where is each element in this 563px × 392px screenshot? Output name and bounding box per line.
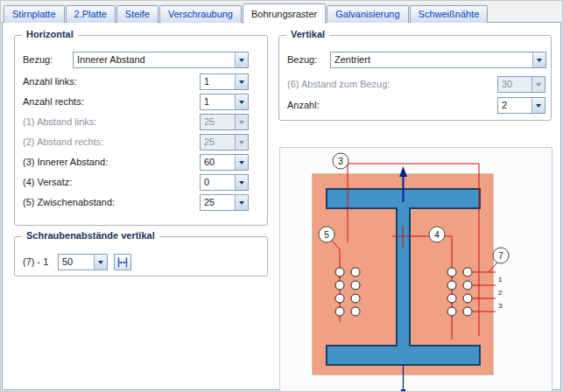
- chevron-down-icon: [235, 155, 248, 170]
- field-abstand-links: (1) Abstand links: 25: [15, 114, 267, 130]
- group-vertikal: Vertikal Bezug: Zentriert (6) Abstand zu…: [278, 35, 552, 121]
- tab-strip: Stirnplatte 2.Platte Steife Verschraubun…: [4, 3, 560, 23]
- chevron-down-icon: [235, 74, 248, 89]
- svg-text:3: 3: [498, 302, 503, 310]
- chevron-down-icon: [235, 115, 248, 130]
- callout-4: 4: [429, 227, 445, 242]
- field-bezug-horizontal: Bezug: Innerer Abstand: [15, 52, 267, 68]
- chevron-down-icon: [531, 77, 545, 92]
- chevron-down-icon: [532, 52, 545, 67]
- tab-schweissnaehte[interactable]: Schweißnähte: [410, 5, 489, 23]
- field-zwischenabstand: (5) Zwischenabstand: 25: [15, 194, 267, 211]
- bezug-horizontal-dropdown[interactable]: Innerer Abstand: [73, 52, 249, 68]
- abstand-links-dropdown: 25: [200, 114, 249, 130]
- svg-text:2: 2: [498, 289, 503, 297]
- tab-steife[interactable]: Steife: [116, 5, 158, 23]
- abstand-zum-bezug-dropdown: 30: [497, 76, 545, 93]
- svg-text:4: 4: [434, 230, 440, 240]
- field-anzahl-links: Anzahl links: 1: [15, 74, 267, 90]
- tab-galvanisierung[interactable]: Galvanisierung: [327, 5, 408, 23]
- abstand-rechts-dropdown: 25: [200, 134, 249, 150]
- tab-2platte[interactable]: 2.Platte: [66, 5, 116, 23]
- spacing-tool-button[interactable]: [114, 254, 131, 270]
- group-title: Horizontal: [22, 29, 78, 39]
- group-horizontal: Horizontal Bezug: Innerer Abstand Anzahl…: [14, 35, 268, 226]
- bezug-label: Bezug:: [287, 52, 317, 68]
- field-anzahl-vertikal: Anzahl: 2: [279, 97, 551, 114]
- field-schraubenabstand-1: (7) - 1 50: [15, 254, 267, 270]
- zwischenabstand-dropdown[interactable]: 25: [200, 194, 249, 211]
- bezug-vertikal-dropdown[interactable]: Zentriert: [330, 52, 546, 68]
- group-title: Vertikal: [286, 29, 329, 39]
- versatz-dropdown[interactable]: 0: [200, 174, 249, 191]
- bolt-pattern-dialog: Stirnplatte 2.Platte Steife Verschraubun…: [0, 0, 563, 392]
- svg-text:7: 7: [498, 251, 503, 261]
- anzahl-vertikal-dropdown[interactable]: 2: [497, 97, 545, 114]
- spacing-icon: [116, 256, 129, 269]
- chevron-down-icon: [94, 255, 107, 270]
- chevron-down-icon: [235, 195, 248, 210]
- tab-verschraubung[interactable]: Verschraubung: [159, 5, 242, 23]
- tab-stirnplatte[interactable]: Stirnplatte: [4, 5, 65, 23]
- group-title: Schraubenabstände vertikal: [22, 230, 159, 241]
- callout-7: 7: [493, 248, 509, 263]
- chevron-down-icon: [235, 175, 248, 190]
- chevron-down-icon: [531, 98, 545, 113]
- tab-bohrungsraster[interactable]: Bohrungsraster: [243, 4, 326, 24]
- innerer-abstand-dropdown[interactable]: 60: [200, 154, 249, 171]
- schraubenabstand-dropdown[interactable]: 50: [58, 254, 108, 270]
- bezug-label: Bezug:: [23, 52, 53, 68]
- anzahl-links-dropdown[interactable]: 1: [200, 74, 249, 90]
- field-bezug-vertikal: Bezug: Zentriert: [279, 52, 551, 68]
- group-schraubenabstaende: Schraubenabstände vertikal (7) - 1 50: [14, 236, 268, 276]
- callout-5: 5: [319, 227, 334, 242]
- field-versatz: (4) Versatz: 0: [15, 174, 267, 191]
- svg-text:5: 5: [324, 230, 329, 240]
- svg-text:3: 3: [338, 157, 343, 166]
- svg-text:1: 1: [498, 276, 503, 284]
- bolt-row-spacing-labels: 1 2 3: [498, 276, 503, 310]
- field-abstand-rechts: (2) Abstand rechts: 25: [15, 134, 267, 150]
- chevron-down-icon: [235, 135, 248, 150]
- field-innerer-abstand: (3) Innerer Abstand: 60: [15, 154, 267, 171]
- callout-3: 3: [333, 153, 348, 169]
- anzahl-rechts-dropdown[interactable]: 1: [200, 94, 249, 110]
- chevron-down-icon: [235, 52, 248, 67]
- beam-section-diagram: 1 2 3 3 5 4 7: [280, 148, 552, 392]
- field-anzahl-rechts: Anzahl rechts: 1: [15, 94, 267, 110]
- field-abstand-zum-bezug: (6) Abstand zum Bezug: 30: [279, 76, 551, 93]
- chevron-down-icon: [235, 94, 248, 109]
- diagram-panel: 1 2 3 3 5 4 7: [279, 147, 552, 392]
- tab-page-bohrungsraster: Horizontal Bezug: Innerer Abstand Anzahl…: [2, 22, 561, 390]
